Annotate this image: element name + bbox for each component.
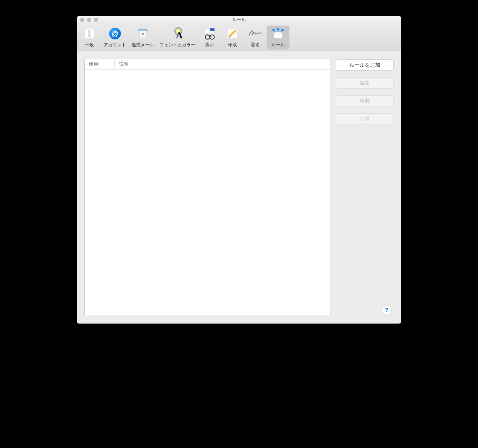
column-use[interactable]: 使用 [85,59,115,69]
tab-label: 作成 [228,42,237,48]
tab-label: アカウント [104,42,126,48]
help-icon: ? [385,307,389,314]
close-button[interactable] [80,18,84,22]
tab-accounts[interactable]: @ アカウント [101,26,129,49]
tab-label: フォントとカラー [160,42,195,48]
edit-button: 編集 [336,77,394,88]
accounts-icon: @ [107,27,123,40]
zoom-button[interactable] [94,18,98,22]
delete-button: 削除 [336,113,394,124]
fonts-colors-icon: A [170,27,185,40]
signatures-icon [248,27,263,40]
tab-label: 一般 [85,42,94,48]
tab-junk[interactable]: 迷惑メール [129,26,157,49]
composing-icon [225,27,240,40]
svg-text:A: A [176,30,183,40]
duplicate-button: 複製 [336,95,394,106]
titlebar[interactable]: ルール [77,16,401,24]
svg-text:@: @ [112,30,118,37]
add-rule-button[interactable]: ルールを追加 [336,59,394,71]
tab-rules[interactable]: ルール [267,26,289,49]
column-description[interactable]: 説明 [115,59,331,69]
svg-rect-1 [88,30,90,37]
tab-composing[interactable]: 作成 [221,26,244,49]
tab-fonts-colors[interactable]: A フォントとカラー [157,26,198,49]
window-controls [80,18,98,22]
tab-signatures[interactable]: 署名 [244,26,267,49]
table-body[interactable] [85,70,331,316]
tab-label: 迷惑メール [132,42,154,48]
junk-mail-icon [135,27,151,40]
window-title: ルール [232,17,246,23]
rules-table[interactable]: 使用 説明 [84,59,331,316]
viewing-icon [202,27,217,40]
tab-label: ルール [271,42,285,48]
tab-label: 表示 [205,42,214,48]
tab-viewing[interactable]: 表示 [198,26,221,49]
rules-actions: ルールを追加 編集 複製 削除 [336,59,394,316]
table-header: 使用 説明 [85,59,331,70]
tab-label: 署名 [251,42,260,48]
general-icon [82,27,97,40]
preferences-toolbar: 一般 @ アカウント [77,24,401,50]
help-button[interactable]: ? [382,306,392,315]
rules-content: 使用 説明 ルールを追加 編集 複製 削除 [77,50,401,324]
svg-rect-11 [210,28,214,31]
minimize-button[interactable] [87,18,91,22]
preferences-window: ルール 一般 @ アカウント [77,16,401,324]
rules-icon [270,27,286,40]
tab-general[interactable]: 一般 [78,26,101,49]
